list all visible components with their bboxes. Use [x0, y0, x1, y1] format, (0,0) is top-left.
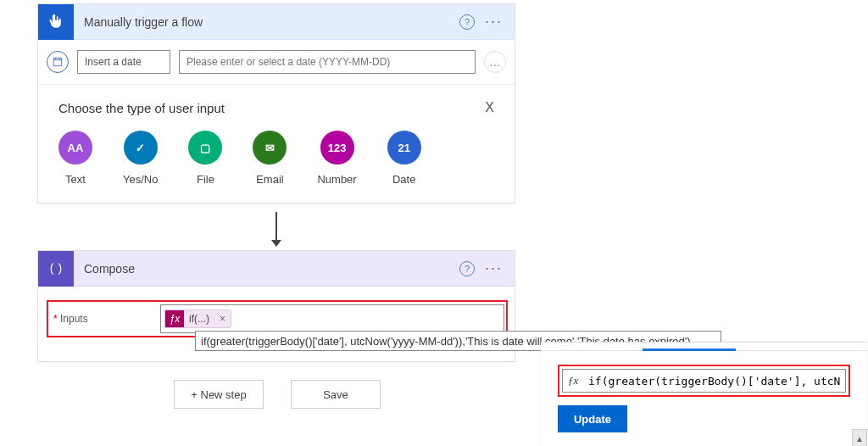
email-type-icon: ✉: [253, 131, 287, 164]
param-value-input[interactable]: Please enter or select a date (YYYY-MM-D…: [179, 50, 476, 74]
expression-panel: ƒx Update String functions See more ▲: [541, 342, 867, 446]
fx-icon: ƒx: [568, 374, 581, 387]
text-type-icon: AA: [58, 131, 92, 164]
expression-tabs[interactable]: [541, 343, 867, 351]
tab-expression-active: [643, 348, 736, 351]
compose-title: Compose: [74, 262, 459, 276]
trigger-header[interactable]: Manually trigger a flow ? ···: [38, 4, 515, 40]
input-type-file[interactable]: ▢ File: [188, 131, 222, 186]
expression-text-input[interactable]: [588, 375, 840, 387]
save-button[interactable]: Save: [291, 380, 381, 409]
input-type-email[interactable]: ✉ Email: [253, 131, 287, 186]
date-type-icon: 21: [387, 131, 421, 164]
trigger-card: Manually trigger a flow ? ··· Insert a d…: [37, 3, 515, 203]
expression-input[interactable]: ƒx: [562, 369, 846, 393]
connector-arrow: [275, 212, 277, 246]
input-type-number[interactable]: 123 Number: [317, 131, 356, 186]
yesno-type-icon: ✓: [124, 131, 158, 164]
input-type-heading: Choose the type of user input: [58, 101, 225, 115]
input-type-label: File: [197, 173, 214, 186]
trigger-param-row: Insert a date Please enter or select a d…: [38, 40, 515, 85]
expression-chip[interactable]: ƒx if(...) ×: [164, 309, 231, 328]
close-icon[interactable]: X: [485, 100, 494, 115]
input-type-label: Text: [65, 173, 86, 186]
scroll-up-icon[interactable]: ▲: [852, 429, 867, 446]
compose-header[interactable]: Compose ? ···: [38, 251, 515, 287]
remove-chip-icon[interactable]: ×: [214, 313, 231, 325]
param-name-input[interactable]: Insert a date: [77, 50, 170, 74]
compose-actions: ? ···: [459, 259, 515, 277]
new-step-button[interactable]: + New step: [174, 380, 264, 409]
input-type-date[interactable]: 21 Date: [387, 131, 421, 186]
inputs-label: Inputs: [50, 313, 160, 325]
trigger-title: Manually trigger a flow: [74, 15, 459, 29]
more-menu-icon[interactable]: ···: [485, 13, 503, 31]
help-icon[interactable]: ?: [459, 261, 475, 276]
number-type-icon: 123: [320, 131, 354, 164]
trigger-actions: ? ···: [459, 13, 515, 31]
input-type-label: Email: [256, 173, 284, 186]
input-type-text[interactable]: AA Text: [58, 131, 92, 186]
input-type-label: Number: [317, 173, 356, 186]
more-menu-icon[interactable]: ···: [485, 259, 503, 277]
compose-icon: [38, 251, 74, 287]
footer-buttons: + New step Save: [174, 380, 381, 409]
expression-input-highlight: ƒx: [558, 365, 850, 397]
help-icon[interactable]: ?: [459, 14, 475, 30]
param-more-button[interactable]: …: [484, 51, 506, 73]
input-type-label: Yes/No: [123, 173, 158, 186]
input-type-section: Choose the type of user input X AA Text …: [38, 85, 515, 203]
input-type-label: Date: [392, 173, 415, 186]
inputs-field[interactable]: ƒx if(...) ×: [160, 304, 504, 333]
manual-trigger-icon: [38, 4, 74, 40]
expression-chip-label: if(...): [184, 313, 214, 325]
update-button[interactable]: Update: [558, 405, 627, 432]
fx-icon: ƒx: [165, 309, 184, 328]
input-type-yesno[interactable]: ✓ Yes/No: [123, 131, 158, 186]
file-type-icon: ▢: [188, 131, 222, 164]
calendar-icon: [47, 51, 69, 73]
